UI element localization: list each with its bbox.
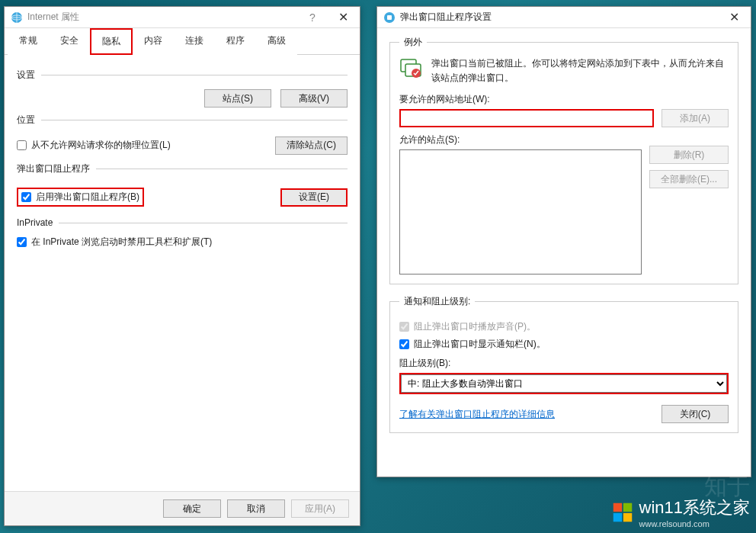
tab-connections[interactable]: 连接: [174, 28, 215, 55]
windows-logo-icon: [612, 502, 633, 523]
location-label-text: 位置: [17, 114, 35, 127]
popup-group-label: 弹出窗口阻止程序: [17, 162, 348, 175]
window-title: 弹出窗口阻止程序设置: [400, 11, 719, 24]
inprivate-label-text: InPrivate: [17, 217, 53, 228]
settings-icon: [383, 11, 396, 24]
notify-legend: 通知和阻止级别:: [399, 295, 475, 308]
location-checkbox-label[interactable]: 从不允许网站请求你的物理位置(L): [31, 139, 171, 152]
tabs-bar: 常规 安全 隐私 内容 连接 程序 高级: [5, 28, 360, 55]
sound-checkbox: [399, 322, 409, 332]
watermark-url: www.relsound.com: [639, 519, 750, 528]
address-label: 要允许的网站地址(W):: [399, 93, 729, 106]
exceptions-description: 弹出窗口当前已被阻止。你可以将特定网站添加到下表中，从而允许来自该站点的弹出窗口…: [431, 56, 729, 85]
settings-group-label: 设置: [17, 69, 348, 82]
notify-group: 通知和阻止级别: 阻止弹出窗口时播放声音(P)。 阻止弹出窗口时显示通知栏(N)…: [389, 295, 738, 433]
notifybar-checkbox[interactable]: [399, 339, 409, 349]
popup-info-icon: [399, 56, 424, 81]
popup-blocker-checkbox[interactable]: [21, 192, 31, 202]
advanced-button[interactable]: 高级(V): [280, 89, 348, 108]
remove-button[interactable]: 删除(R): [649, 146, 729, 164]
sound-checkbox-label: 阻止弹出窗口时播放声音(P)。: [414, 320, 536, 333]
svg-rect-7: [613, 503, 621, 512]
allowed-sites-listbox[interactable]: [399, 149, 642, 275]
tab-content[interactable]: 内容: [133, 28, 174, 55]
location-checkbox[interactable]: [17, 140, 27, 150]
window-title: Internet 属性: [27, 11, 297, 24]
clear-sites-button[interactable]: 清除站点(C): [275, 136, 348, 155]
inprivate-checkbox[interactable]: [17, 237, 27, 247]
exceptions-legend: 例外: [399, 36, 427, 49]
dialog-body: 例外 弹出窗口当前已被阻止。你可以将特定网站添加到下表中，从而允许来自该站点的弹…: [377, 28, 751, 477]
apply-button[interactable]: 应用(A): [291, 499, 349, 518]
tab-general[interactable]: 常规: [8, 28, 49, 55]
inprivate-group-label: InPrivate: [17, 217, 348, 228]
tab-body: 设置 站点(S) 高级(V) 位置 从不允许网站请求你的物理位置(L) 清除站点…: [5, 55, 360, 491]
watermark-branding: win11系统之家 www.relsound.com: [612, 496, 750, 528]
tab-programs[interactable]: 程序: [215, 28, 256, 55]
internet-properties-window: Internet 属性 ? ✕ 常规 安全 隐私 内容 连接 程序 高级 设置 …: [4, 6, 360, 526]
settings-label-text: 设置: [17, 69, 35, 82]
learn-more-link[interactable]: 了解有关弹出窗口阻止程序的详细信息: [399, 408, 555, 421]
titlebar[interactable]: Internet 属性 ? ✕: [5, 7, 360, 28]
remove-all-button[interactable]: 全部删除(E)...: [649, 170, 729, 188]
popup-blocker-checkbox-label[interactable]: 启用弹出窗口阻止程序(B): [36, 191, 139, 204]
help-button[interactable]: ?: [297, 11, 328, 24]
block-level-label: 阻止级别(B):: [399, 357, 729, 370]
add-button[interactable]: 添加(A): [662, 109, 729, 127]
close-dialog-button[interactable]: 关闭(C): [662, 405, 729, 423]
cancel-button[interactable]: 取消: [227, 499, 285, 518]
location-group-label: 位置: [17, 114, 348, 127]
internet-icon: [11, 11, 23, 24]
titlebar[interactable]: 弹出窗口阻止程序设置 ✕: [377, 7, 751, 28]
allowed-sites-label: 允许的站点(S):: [399, 133, 642, 146]
exceptions-group: 例外 弹出窗口当前已被阻止。你可以将特定网站添加到下表中，从而允许来自该站点的弹…: [389, 36, 738, 284]
inprivate-checkbox-label[interactable]: 在 InPrivate 浏览启动时禁用工具栏和扩展(T): [31, 236, 212, 249]
popup-blocker-settings-window: 弹出窗口阻止程序设置 ✕ 例外 弹出窗口当前已被阻止。你可以将特定网站添加到下表…: [376, 6, 751, 477]
svg-rect-10: [623, 513, 631, 522]
dialog-footer: 确定 取消 应用(A): [5, 491, 360, 525]
ok-button[interactable]: 确定: [163, 499, 221, 518]
tab-security[interactable]: 安全: [49, 28, 90, 55]
svg-rect-3: [387, 15, 392, 20]
svg-rect-8: [623, 503, 631, 512]
notifybar-checkbox-label[interactable]: 阻止弹出窗口时显示通知栏(N)。: [414, 338, 546, 351]
website-address-input[interactable]: [399, 109, 654, 127]
block-level-select[interactable]: 中: 阻止大多数自动弹出窗口: [401, 374, 727, 393]
popup-label-text: 弹出窗口阻止程序: [17, 162, 90, 175]
svg-rect-9: [613, 513, 621, 522]
sites-button[interactable]: 站点(S): [204, 89, 271, 108]
close-button[interactable]: ✕: [328, 10, 358, 24]
watermark-site: win11系统之家: [639, 496, 750, 519]
close-button[interactable]: ✕: [719, 10, 749, 24]
popup-settings-button[interactable]: 设置(E): [280, 188, 348, 207]
tab-privacy[interactable]: 隐私: [90, 28, 133, 55]
tab-advanced[interactable]: 高级: [256, 28, 297, 55]
